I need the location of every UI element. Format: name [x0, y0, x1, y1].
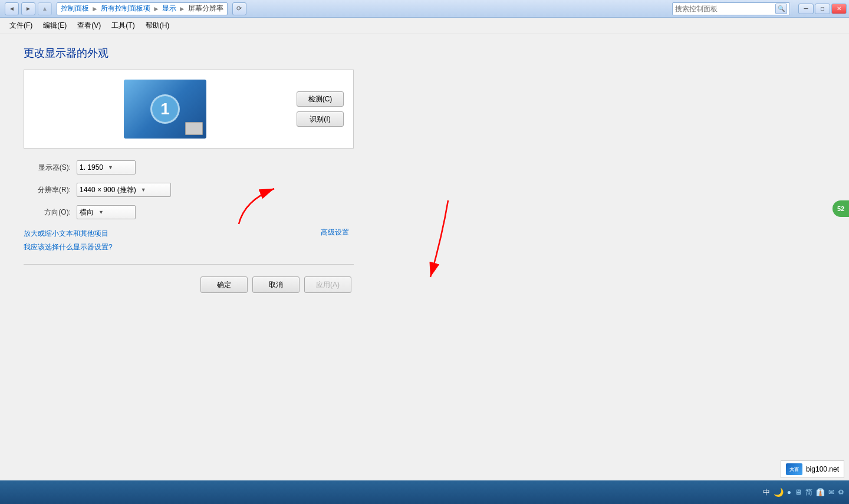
- main-content: 更改显示器的外观 1 检测(C) 识别(I) 显示器(S): 1. 1950 ▼…: [0, 34, 849, 305]
- taskbar-icon-circle: ●: [787, 488, 791, 496]
- orientation-row: 方向(O): 横向 ▼: [24, 205, 354, 219]
- orientation-label: 方向(O):: [24, 207, 71, 218]
- display-select[interactable]: 1. 1950 ▼: [77, 160, 136, 174]
- monitor-display: 1: [124, 80, 206, 139]
- breadcrumb: 控制面板 ► 所有控制面板项 ► 显示 ► 屏幕分辨率: [57, 2, 228, 15]
- text-size-link[interactable]: 放大或缩小文本和其他项目: [24, 229, 354, 239]
- resolution-label: 分辨率(R):: [24, 185, 71, 195]
- resolution-arrow-icon: ▼: [141, 187, 146, 193]
- display-value: 1. 1950: [80, 163, 103, 172]
- close-button[interactable]: ✕: [831, 4, 847, 14]
- breadcrumb-sep-3: ►: [179, 5, 186, 13]
- breadcrumb-sep-1: ►: [91, 5, 98, 13]
- taskbar: 中 🌙 ● 🖥 简 👔 ✉ ⚙: [0, 480, 849, 504]
- display-settings-link[interactable]: 我应该选择什么显示器设置?: [24, 242, 354, 252]
- resolution-value: 1440 × 900 (推荐): [80, 185, 136, 195]
- search-input[interactable]: [675, 5, 775, 13]
- minimize-button[interactable]: ─: [798, 4, 814, 14]
- menu-bar: 文件(F) 编辑(E) 查看(V) 工具(T) 帮助(H): [0, 18, 849, 34]
- identify-button[interactable]: 识别(I): [297, 111, 344, 127]
- breadcrumb-sep-2: ►: [153, 5, 160, 13]
- taskbar-right: 中 🌙 ● 🖥 简 👔 ✉ ⚙: [763, 487, 844, 498]
- watermark-text: big100.net: [806, 465, 839, 473]
- taskbar-icon-gear[interactable]: ⚙: [838, 488, 844, 496]
- cancel-button[interactable]: 取消: [252, 276, 300, 293]
- menu-edit[interactable]: 编辑(E): [38, 19, 71, 32]
- breadcrumb-item-1[interactable]: 控制面板: [61, 4, 89, 14]
- resolution-row: 分辨率(R): 1440 × 900 (推荐) ▼: [24, 183, 354, 197]
- link-area: 放大或缩小文本和其他项目 我应该选择什么显示器设置?: [24, 229, 354, 252]
- search-button[interactable]: 🔍: [775, 4, 787, 14]
- orientation-select[interactable]: 横向 ▼: [77, 205, 136, 219]
- taskbar-icon-simple: 简: [805, 487, 812, 498]
- menu-help[interactable]: 帮助(H): [141, 19, 175, 32]
- ok-button[interactable]: 确定: [200, 276, 248, 293]
- breadcrumb-item-4: 屏幕分辨率: [188, 4, 223, 14]
- monitor-buttons: 检测(C) 识别(I): [297, 91, 344, 127]
- back-button[interactable]: ◄: [5, 2, 19, 15]
- settings-form: 显示器(S): 1. 1950 ▼ 分辨率(R): 1440 × 900 (推荐…: [24, 160, 354, 293]
- green-badge: 52: [832, 200, 849, 217]
- menu-tools[interactable]: 工具(T): [107, 19, 139, 32]
- divider: [24, 264, 354, 265]
- display-arrow-icon: ▼: [108, 164, 113, 170]
- taskbar-icon-shirt: 👔: [816, 488, 825, 496]
- breadcrumb-item-2[interactable]: 所有控制面板项: [101, 4, 150, 14]
- maximize-button[interactable]: □: [815, 4, 830, 14]
- refresh-button[interactable]: ⟳: [232, 2, 246, 15]
- title-bar-left: ◄ ► ▲ 控制面板 ► 所有控制面板项 ► 显示 ► 屏幕分辨率 ⟳: [2, 2, 246, 15]
- forward-button[interactable]: ►: [21, 2, 35, 15]
- orientation-value: 横向: [80, 207, 94, 218]
- display-row: 显示器(S): 1. 1950 ▼: [24, 160, 354, 174]
- breadcrumb-item-3[interactable]: 显示: [162, 4, 176, 14]
- detect-button[interactable]: 检测(C): [297, 91, 344, 107]
- menu-file[interactable]: 文件(F): [5, 19, 37, 32]
- orientation-arrow-icon: ▼: [98, 209, 104, 215]
- monitor-thumb: [185, 122, 203, 135]
- advanced-settings-link[interactable]: 高级设置: [321, 228, 349, 238]
- watermark-logo: 大百: [786, 463, 802, 475]
- monitor-preview-area: 1: [34, 80, 297, 139]
- taskbar-icon-moon: 🌙: [774, 487, 784, 497]
- title-bar: ◄ ► ▲ 控制面板 ► 所有控制面板项 ► 显示 ► 屏幕分辨率 ⟳ 🔍 ─ …: [0, 0, 849, 18]
- apply-button[interactable]: 应用(A): [304, 276, 351, 293]
- monitor-panel: 1 检测(C) 识别(I): [24, 70, 354, 149]
- watermark: 大百 big100.net: [781, 460, 844, 478]
- taskbar-icon-zh[interactable]: 中: [763, 487, 770, 498]
- menu-view[interactable]: 查看(V): [73, 19, 106, 32]
- taskbar-icon-network[interactable]: 🖥: [795, 488, 802, 496]
- bottom-buttons: 确定 取消 应用(A): [24, 276, 351, 293]
- title-bar-right: 🔍 ─ □ ✕: [672, 2, 847, 15]
- page-title: 更改显示器的外观: [24, 46, 825, 60]
- resolution-select[interactable]: 1440 × 900 (推荐) ▼: [77, 183, 171, 197]
- taskbar-icon-mail[interactable]: ✉: [828, 488, 834, 496]
- display-label: 显示器(S):: [24, 163, 71, 173]
- up-button[interactable]: ▲: [38, 2, 52, 15]
- search-bar[interactable]: 🔍: [672, 2, 790, 15]
- monitor-number: 1: [150, 94, 180, 124]
- window-controls: ─ □ ✕: [798, 4, 847, 14]
